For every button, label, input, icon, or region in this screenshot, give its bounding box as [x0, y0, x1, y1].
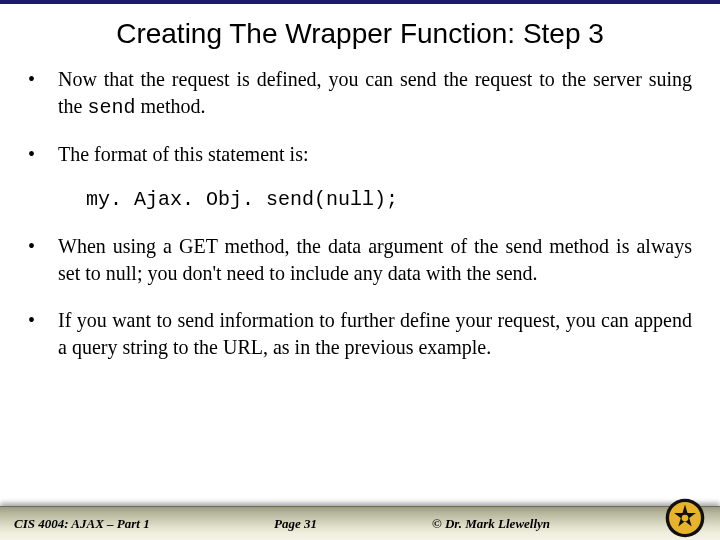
slide-body: • Now that the request is defined, you c…	[0, 56, 720, 361]
bullet-text: Now that the request is defined, you can…	[58, 66, 692, 121]
bullet-text: The format of this statement is:	[58, 141, 692, 168]
footer-right: © Dr. Mark Llewellyn	[432, 516, 550, 532]
bullet-marker: •	[28, 233, 58, 260]
bullet-text: If you want to send information to furth…	[58, 307, 692, 361]
bullet-item: • When using a GET method, the data argu…	[28, 233, 692, 287]
footer-center: Page 31	[274, 516, 317, 532]
svg-point-2	[682, 515, 689, 522]
slide: Creating The Wrapper Function: Step 3 • …	[0, 0, 720, 540]
bullet-marker: •	[28, 66, 58, 93]
bullet-item: • The format of this statement is:	[28, 141, 692, 168]
footer-left: CIS 4004: AJAX – Part 1	[14, 516, 150, 532]
text-run: method.	[135, 95, 205, 117]
slide-footer: CIS 4004: AJAX – Part 1 Page 31 © Dr. Ma…	[0, 494, 720, 540]
bullet-text: When using a GET method, the data argume…	[58, 233, 692, 287]
code-block: my. Ajax. Obj. send(null);	[86, 188, 692, 211]
bullet-marker: •	[28, 307, 58, 334]
bullet-marker: •	[28, 141, 58, 168]
ucf-logo-icon	[664, 497, 706, 539]
slide-title: Creating The Wrapper Function: Step 3	[0, 4, 720, 56]
inline-code: send	[87, 96, 135, 119]
bullet-item: • If you want to send information to fur…	[28, 307, 692, 361]
bullet-item: • Now that the request is defined, you c…	[28, 66, 692, 121]
